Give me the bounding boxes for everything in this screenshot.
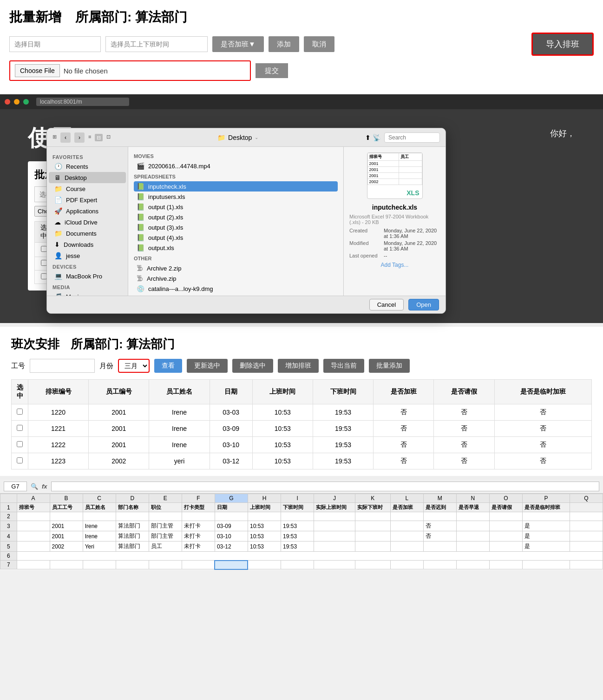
- view-button[interactable]: 查看: [154, 359, 182, 373]
- add-tags-link[interactable]: Add Tags...: [381, 262, 409, 268]
- browser-min-btn[interactable]: [14, 99, 20, 105]
- excel-r2-q[interactable]: [570, 512, 603, 521]
- mini-row-check-1[interactable]: [41, 246, 47, 252]
- excel-col-j[interactable]: J: [314, 494, 355, 503]
- schedule-check-4[interactable]: [17, 457, 23, 463]
- excel-r1-k[interactable]: 实际下班时: [355, 503, 390, 512]
- excel-col-n[interactable]: N: [456, 494, 489, 503]
- excel-r7-b[interactable]: [50, 561, 83, 569]
- schedule-check-3[interactable]: [17, 441, 23, 447]
- excel-r4-e[interactable]: 部门主管: [149, 531, 182, 542]
- excel-r2-i[interactable]: [281, 512, 314, 521]
- excel-r7-l[interactable]: [390, 561, 423, 569]
- excel-r2-e[interactable]: [149, 512, 182, 521]
- excel-col-m[interactable]: M: [423, 494, 456, 503]
- excel-r3-i[interactable]: 19:53: [281, 521, 314, 531]
- excel-r3-f[interactable]: 未打卡: [182, 521, 215, 531]
- excel-r2-a[interactable]: [17, 512, 50, 521]
- excel-r2-b[interactable]: [50, 512, 83, 521]
- excel-col-a[interactable]: A: [17, 494, 50, 503]
- schedule-check-2[interactable]: [17, 425, 23, 431]
- excel-r5-b[interactable]: 2002: [50, 542, 83, 552]
- sidebar-item-pdf-expert[interactable]: 📄 PDF Expert: [49, 194, 126, 205]
- excel-r3-c[interactable]: Irene: [83, 521, 116, 531]
- excel-r1-h[interactable]: 上班时间: [248, 503, 281, 512]
- file-item-archive[interactable]: 🗜 Archive.zip: [134, 273, 338, 284]
- sidebar-item-course[interactable]: 📁 Course: [49, 183, 126, 194]
- sidebar-item-recents[interactable]: 🕐 Recents: [49, 161, 126, 172]
- excel-r7-n[interactable]: [456, 561, 489, 569]
- gonghu-input[interactable]: [30, 359, 95, 373]
- excel-col-k[interactable]: K: [355, 494, 390, 503]
- schedule-check-1[interactable]: [17, 409, 23, 415]
- excel-r2-o[interactable]: [489, 512, 522, 521]
- excel-r4-k[interactable]: [355, 531, 390, 542]
- excel-r7-o[interactable]: [489, 561, 522, 569]
- add-button[interactable]: 添加: [269, 36, 299, 52]
- excel-r5-k[interactable]: [355, 542, 390, 552]
- excel-r1-n[interactable]: 是否早退: [456, 503, 489, 512]
- excel-r1-p[interactable]: 是否是临时排班: [522, 503, 570, 512]
- excel-r4-p[interactable]: 是: [522, 531, 570, 542]
- sidebar-item-macbook[interactable]: 💻 MacBook Pro: [49, 271, 126, 282]
- excel-r1-m[interactable]: 是否迟到: [423, 503, 456, 512]
- excel-r7-j[interactable]: [314, 561, 355, 569]
- excel-r4-h[interactable]: 10:53: [248, 531, 281, 542]
- nav-back-btn[interactable]: ‹: [60, 132, 71, 143]
- file-item-archive2[interactable]: 🗜 Archive 2.zip: [134, 263, 338, 273]
- dialog-cancel-button[interactable]: Cancel: [369, 299, 404, 310]
- view-icon-grid[interactable]: ⊞: [52, 134, 57, 141]
- excel-r7-m[interactable]: [423, 561, 456, 569]
- excel-r1-o[interactable]: 是否请假: [489, 503, 522, 512]
- excel-r3-a[interactable]: [17, 521, 50, 531]
- excel-r7-f[interactable]: [182, 561, 215, 569]
- choose-file-button[interactable]: Choose File: [15, 64, 60, 77]
- excel-r1-b[interactable]: 员工工号: [50, 503, 83, 512]
- excel-r2-d[interactable]: [116, 512, 149, 521]
- file-item-inputcheck[interactable]: 📗 inputcheck.xls: [134, 181, 338, 192]
- excel-col-e[interactable]: E: [149, 494, 182, 503]
- excel-r3-b[interactable]: 2001: [50, 521, 83, 531]
- excel-r2-k[interactable]: [355, 512, 390, 521]
- excel-col-p[interactable]: P: [522, 494, 570, 503]
- excel-r3-d[interactable]: 算法部门: [116, 521, 149, 531]
- excel-r5-a[interactable]: [17, 542, 50, 552]
- dialog-search-input[interactable]: [384, 132, 440, 143]
- excel-r5-p[interactable]: 是: [522, 542, 570, 552]
- nav-forward-btn[interactable]: ›: [74, 132, 85, 143]
- sidebar-item-icloud[interactable]: ☁ iCloud Drive: [49, 217, 126, 228]
- excel-r3-n[interactable]: [456, 521, 489, 531]
- excel-r2-f[interactable]: [182, 512, 215, 521]
- import-shift-button[interactable]: 导入排班: [531, 33, 594, 56]
- excel-r5-i[interactable]: 19:53: [281, 542, 314, 552]
- excel-r2-j[interactable]: [314, 512, 355, 521]
- excel-r2-p[interactable]: [522, 512, 570, 521]
- excel-col-o[interactable]: O: [489, 494, 522, 503]
- excel-r2-m[interactable]: [423, 512, 456, 521]
- sidebar-item-music[interactable]: 🎵 Music: [49, 291, 126, 296]
- mini-row-check-3[interactable]: [41, 273, 47, 279]
- formula-input[interactable]: [51, 482, 599, 491]
- excel-r7-a[interactable]: [17, 561, 50, 569]
- excel-col-b[interactable]: B: [50, 494, 83, 503]
- excel-r5-n[interactable]: [456, 542, 489, 552]
- excel-r1-e[interactable]: 职位: [149, 503, 182, 512]
- excel-r7-e[interactable]: [149, 561, 182, 569]
- airdrop-icon[interactable]: 📡: [373, 134, 380, 141]
- excel-r5-m[interactable]: [423, 542, 456, 552]
- excel-r4-d[interactable]: 算法部门: [116, 531, 149, 542]
- sidebar-item-desktop[interactable]: 🖥 Desktop: [49, 172, 126, 183]
- excel-r4-i[interactable]: 19:53: [281, 531, 314, 542]
- excel-r4-q[interactable]: [570, 531, 603, 542]
- submit-button[interactable]: 提交: [256, 63, 288, 78]
- file-item-output1[interactable]: 📗 output (1).xls: [134, 202, 338, 212]
- excel-r3-o[interactable]: [489, 521, 522, 531]
- excel-r1-g[interactable]: 日期: [215, 503, 248, 512]
- excel-r1-q[interactable]: [570, 503, 603, 512]
- excel-r4-c[interactable]: Irene: [83, 531, 116, 542]
- browser-max-btn[interactable]: [23, 99, 29, 105]
- excel-r7-q[interactable]: [570, 561, 603, 569]
- sidebar-item-applications[interactable]: 🚀 Applications: [49, 205, 126, 217]
- excel-r5-d[interactable]: 算法部门: [116, 542, 149, 552]
- excel-r5-l[interactable]: [390, 542, 423, 552]
